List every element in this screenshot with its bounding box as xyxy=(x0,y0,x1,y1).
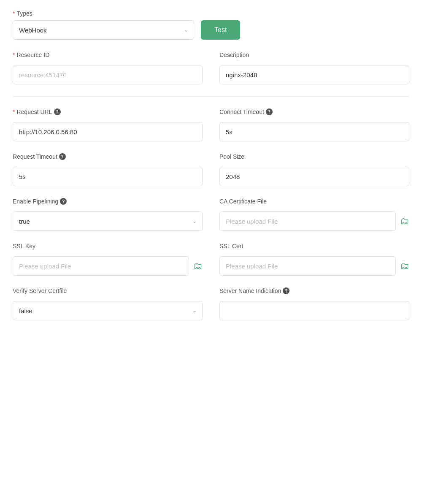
verify-server-certfile-field-group: Verify Server Certfile false true ⌄ xyxy=(13,287,203,320)
connect-timeout-field-group: Connect Timeout ? xyxy=(219,108,409,141)
ssl-cert-label: SSL Cert xyxy=(219,243,409,249)
ssl-cert-input[interactable] xyxy=(219,256,396,276)
ssl-cert-field-group: SSL Cert 🗂 xyxy=(219,243,409,276)
request-url-input[interactable] xyxy=(13,122,203,141)
ca-certificate-file-input[interactable] xyxy=(219,211,396,231)
description-field-group: Description xyxy=(219,51,409,84)
connect-timeout-help-icon[interactable]: ? xyxy=(266,108,273,115)
request-url-label: * Request URL ? xyxy=(13,108,203,115)
divider xyxy=(13,96,409,97)
resource-id-label: * Resource ID xyxy=(13,51,203,58)
description-label: Description xyxy=(219,51,409,58)
enable-pipelining-field-group: Enable Pipelining ? true false ⌄ xyxy=(13,198,203,231)
request-timeout-input[interactable] xyxy=(13,167,203,186)
test-button[interactable]: Test xyxy=(201,20,240,40)
verify-server-certfile-label: Verify Server Certfile xyxy=(13,287,203,294)
request-url-field-group: * Request URL ? xyxy=(13,108,203,141)
ca-certificate-folder-icon[interactable]: 🗂 xyxy=(400,216,409,227)
enable-pipelining-help-icon[interactable]: ? xyxy=(60,198,67,205)
enable-pipelining-select-wrapper: true false ⌄ xyxy=(13,211,203,231)
verify-server-certfile-select[interactable]: false true xyxy=(13,301,203,320)
ca-certificate-field-group: CA Certificate File 🗂 xyxy=(219,198,409,231)
server-name-indication-field-group: Server Name Indication ? xyxy=(219,287,409,320)
ssl-key-field-group: SSL Key 🗂 xyxy=(13,243,203,276)
ssl-key-folder-icon[interactable]: 🗂 xyxy=(193,260,203,271)
enable-pipelining-select[interactable]: true false xyxy=(13,211,203,231)
verify-server-certfile-select-wrapper: false true ⌄ xyxy=(13,301,203,320)
server-name-indication-label: Server Name Indication ? xyxy=(219,287,409,294)
server-name-indication-input[interactable] xyxy=(219,301,409,320)
pool-size-field-group: Pool Size xyxy=(219,153,409,186)
ssl-cert-folder-icon[interactable]: 🗂 xyxy=(400,260,409,271)
types-select-wrapper: WebHook ⌄ xyxy=(13,20,194,40)
request-timeout-label: Request Timeout ? xyxy=(13,153,203,160)
ssl-key-input[interactable] xyxy=(13,256,189,276)
resource-id-field-group: * Resource ID xyxy=(13,51,203,84)
connect-timeout-label: Connect Timeout ? xyxy=(219,108,409,115)
request-timeout-help-icon[interactable]: ? xyxy=(59,153,66,160)
request-url-help-icon[interactable]: ? xyxy=(54,108,61,115)
ca-certificate-label: CA Certificate File xyxy=(219,198,409,205)
types-label: * Types xyxy=(13,10,409,17)
pool-size-label: Pool Size xyxy=(219,153,409,160)
ssl-key-file-wrapper: 🗂 xyxy=(13,256,203,276)
pool-size-input[interactable] xyxy=(219,167,409,186)
resource-id-input[interactable] xyxy=(13,65,203,84)
server-name-indication-help-icon[interactable]: ? xyxy=(283,287,289,294)
types-select[interactable]: WebHook xyxy=(13,20,194,40)
enable-pipelining-label: Enable Pipelining ? xyxy=(13,198,203,205)
ssl-cert-file-wrapper: 🗂 xyxy=(219,256,409,276)
ca-certificate-file-wrapper: 🗂 xyxy=(219,211,409,231)
request-timeout-field-group: Request Timeout ? xyxy=(13,153,203,186)
ssl-key-label: SSL Key xyxy=(13,243,203,249)
connect-timeout-input[interactable] xyxy=(219,122,409,141)
description-input[interactable] xyxy=(219,65,409,84)
